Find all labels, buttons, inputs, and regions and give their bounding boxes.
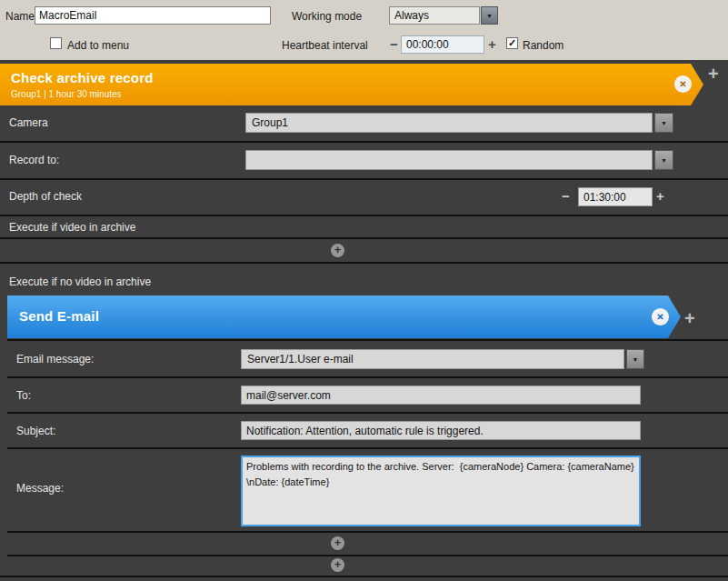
execute-if-no-video-row: Execute if no video in archive: [0, 264, 728, 294]
add-to-menu-label: Add to menu: [67, 39, 129, 52]
email-message-row: Email message: Server1/1.User e-mail ▼: [7, 341, 728, 378]
camera-select[interactable]: Group1: [245, 113, 653, 133]
camera-value: Group1: [252, 116, 288, 129]
archive-block-subtitle: Group1 | 1 hour 30 minutes: [11, 89, 122, 99]
camera-dropdown-arrow[interactable]: ▼: [654, 113, 673, 133]
execute-if-no-video-label: Execute if no video in archive: [9, 275, 151, 288]
execute-if-video-row: Execute if video in archive: [0, 216, 728, 239]
working-mode-dropdown-arrow[interactable]: ▼: [481, 6, 498, 25]
chevron-down-icon: ▼: [661, 120, 667, 126]
add-no-video-action-button[interactable]: +: [684, 309, 695, 327]
camera-row: Camera Group1 ▼: [0, 105, 728, 143]
message-label: Message:: [16, 482, 64, 495]
working-mode-value: Always: [394, 9, 429, 22]
check-icon: ✓: [508, 38, 516, 48]
record-to-dropdown-arrow[interactable]: ▼: [654, 150, 673, 170]
random-label: Random: [523, 39, 563, 52]
add-video-action-button[interactable]: +: [331, 244, 344, 257]
record-to-select[interactable]: [245, 150, 653, 170]
message-row: Message: Problems with recording to the …: [7, 449, 728, 533]
close-icon: ✕: [656, 313, 663, 322]
random-checkbox[interactable]: ✓: [506, 37, 518, 49]
record-to-label: Record to:: [9, 154, 59, 166]
to-input[interactable]: [241, 386, 641, 405]
chevron-down-icon: ▼: [661, 157, 667, 164]
add-macro-action-button[interactable]: +: [708, 65, 719, 83]
to-row: To:: [7, 378, 728, 414]
execute-if-video-actions-area: +: [0, 239, 728, 264]
add-to-menu-checkbox[interactable]: [50, 37, 62, 49]
working-mode-select[interactable]: Always: [389, 6, 480, 25]
heartbeat-decrement-button[interactable]: −: [390, 37, 398, 51]
archive-block-title: Check archive record: [11, 70, 154, 85]
heartbeat-interval-input[interactable]: [401, 35, 484, 54]
chevron-down-icon: ▼: [633, 356, 639, 363]
email-block-title: Send E-mail: [19, 308, 99, 324]
chevron-down-icon: ▼: [486, 13, 493, 19]
depth-increment-button[interactable]: +: [656, 189, 664, 203]
message-textarea[interactable]: Problems with recording to the archive. …: [241, 456, 641, 526]
email-message-label: Email message:: [16, 353, 94, 366]
email-message-select[interactable]: Server1/1.User e-mail: [241, 349, 624, 369]
depth-of-check-row: Depth of check − +: [0, 180, 728, 216]
macro-settings-bar: Name: Working mode Always ▼ Add to menu …: [0, 0, 728, 60]
heartbeat-increment-button[interactable]: +: [488, 37, 496, 51]
bottom-divider: [0, 576, 728, 577]
depth-of-check-label: Depth of check: [9, 190, 82, 203]
subject-label: Subject:: [16, 425, 55, 437]
execute-if-video-label: Execute if video in archive: [9, 221, 135, 234]
macro-name-input[interactable]: [35, 6, 271, 25]
add-no-video-item-button[interactable]: +: [331, 558, 344, 572]
send-email-header: Send E-mail ✕: [7, 296, 681, 338]
subject-row: Subject:: [7, 414, 728, 449]
depth-of-check-input[interactable]: [578, 187, 653, 206]
depth-decrement-button[interactable]: −: [562, 189, 570, 203]
email-message-value: Server1/1.User e-mail: [247, 353, 354, 366]
email-actions-area: +: [7, 533, 728, 555]
email-message-dropdown-arrow[interactable]: ▼: [626, 349, 644, 369]
close-icon: ✕: [679, 80, 686, 89]
add-email-item-button[interactable]: +: [331, 536, 344, 550]
archive-block-close-button[interactable]: ✕: [674, 75, 692, 93]
check-archive-record-header: Check archive record Group1 | 1 hour 30 …: [0, 64, 703, 105]
name-label: Name:: [5, 10, 37, 23]
record-to-row: Record to: ▼: [0, 143, 728, 180]
heartbeat-interval-label: Heartbeat interval: [282, 39, 368, 52]
to-label: To:: [16, 389, 31, 402]
working-mode-label: Working mode: [292, 10, 362, 23]
send-email-body: Email message: Server1/1.User e-mail ▼ T…: [7, 339, 728, 556]
subject-input[interactable]: [241, 421, 641, 440]
camera-label: Camera: [9, 116, 48, 129]
email-block-close-button[interactable]: ✕: [652, 308, 669, 326]
